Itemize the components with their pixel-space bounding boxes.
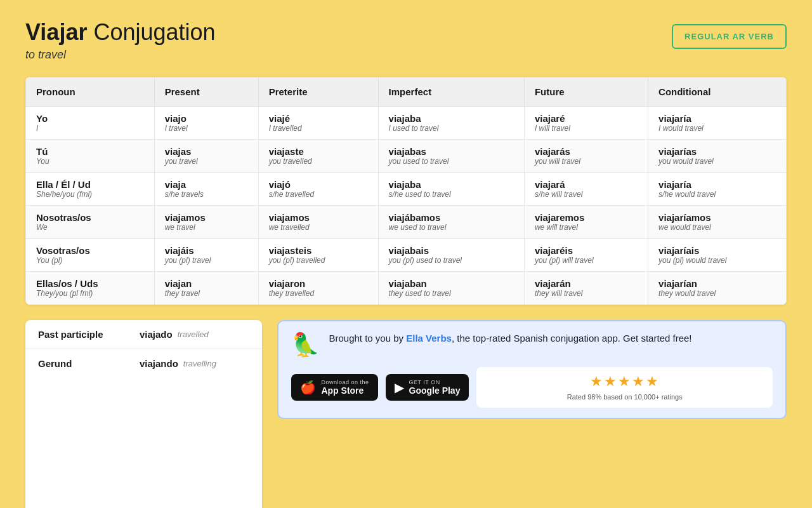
promo-bottom: 🍎 Download on the App Store ▶ GET IT ON … bbox=[291, 367, 773, 408]
left-bottom: Past participle viajado travelled Gerund… bbox=[25, 320, 262, 508]
verb-cell: viajabanthey used to travel bbox=[378, 272, 524, 305]
star-rating: ★★★★★ bbox=[485, 373, 764, 390]
table-row: Ella / Él / UdShe/he/you (fml)viajas/he … bbox=[26, 173, 787, 206]
app-store-large-text: App Store bbox=[321, 385, 369, 396]
pronoun-cell: Vosotras/osYou (pl) bbox=[26, 239, 155, 272]
col-future: Future bbox=[524, 77, 648, 107]
page-title: Viajar Conjugation bbox=[25, 19, 216, 46]
google-large-text: Google Play bbox=[409, 385, 461, 396]
verb-cell: viajanthey travel bbox=[154, 272, 258, 305]
page-header: Viajar Conjugation to travel REGULAR AR … bbox=[25, 19, 787, 62]
gerund-translation: travelling bbox=[183, 359, 216, 368]
verb-cell: viajaréisyou (pl) will travel bbox=[524, 239, 648, 272]
verb-cell: viajabas/he used to travel bbox=[378, 173, 524, 206]
verb-cell: viajabaisyou (pl) used to travel bbox=[378, 239, 524, 272]
app-store-small-text: Download on the bbox=[321, 379, 369, 385]
title-block: Viajar Conjugation to travel bbox=[25, 19, 216, 62]
verb-cell: viajoI travel bbox=[154, 107, 258, 140]
verb-cell: viajasteyou travelled bbox=[258, 140, 378, 173]
col-present: Present bbox=[154, 77, 258, 107]
verb-cell: viajabasyou used to travel bbox=[378, 140, 524, 173]
verb-cell: viajas/he travels bbox=[154, 173, 258, 206]
verb-cell: viajasyou travel bbox=[154, 140, 258, 173]
conjugation-table: Pronoun Present Preterite Imperfect Futu… bbox=[25, 77, 787, 305]
pronoun-cell: YoI bbox=[26, 107, 155, 140]
verb-cell: viajaremoswe will travel bbox=[524, 206, 648, 239]
promo-icon: 🦜 bbox=[291, 331, 320, 358]
google-small-text: GET IT ON bbox=[409, 379, 461, 385]
apple-icon: 🍎 bbox=[300, 380, 316, 395]
verb-cell: viajasteisyou (pl) travelled bbox=[258, 239, 378, 272]
verb-cell: viajaríaI would travel bbox=[648, 107, 787, 140]
table-header-row: Pronoun Present Preterite Imperfect Futu… bbox=[26, 77, 787, 107]
verb-cell: viajaríamoswe would travel bbox=[648, 206, 787, 239]
pronoun-cell: Ellas/os / UdsThey/you (pl fml) bbox=[26, 272, 155, 305]
page-subtitle: to travel bbox=[25, 48, 216, 62]
verb-cell: viajarás/he will travel bbox=[524, 173, 648, 206]
verb-cell: viajós/he travelled bbox=[258, 173, 378, 206]
gerund-row: Gerund viajando travelling bbox=[25, 349, 262, 378]
verb-cell: viajéI travelled bbox=[258, 107, 378, 140]
table-row: TúYouviajasyou travelviajasteyou travell… bbox=[26, 140, 787, 173]
verb-cell: viajamoswe travelled bbox=[258, 206, 378, 239]
verb-cell: viajáisyou (pl) travel bbox=[154, 239, 258, 272]
app-store-badge[interactable]: 🍎 Download on the App Store bbox=[291, 374, 377, 401]
google-icon: ▶ bbox=[395, 380, 404, 395]
regular-ar-verb-badge[interactable]: REGULAR AR VERB bbox=[672, 24, 787, 49]
past-participle-translation: travelled bbox=[178, 330, 209, 339]
participle-table: Past participle viajado travelled Gerund… bbox=[25, 320, 262, 508]
gerund-value: viajando bbox=[140, 358, 178, 369]
verb-cell: viajamoswe travel bbox=[154, 206, 258, 239]
verb-cell: viajaríaisyou (pl) would travel bbox=[648, 239, 787, 272]
promo-text: Brought to you by Ella Verbs, the top-ra… bbox=[329, 331, 691, 346]
col-preterite: Preterite bbox=[258, 77, 378, 107]
pronoun-cell: Nosotras/osWe bbox=[26, 206, 155, 239]
verb-cell: viajaronthey travelled bbox=[258, 272, 378, 305]
table-row: Nosotras/osWeviajamoswe travelviajamoswe… bbox=[26, 206, 787, 239]
promo-card: 🦜 Brought to you by Ella Verbs, the top-… bbox=[277, 320, 787, 419]
past-participle-row: Past participle viajado travelled bbox=[25, 320, 262, 349]
verb-cell: viajabaI used to travel bbox=[378, 107, 524, 140]
verb-cell: viajaríanthey would travel bbox=[648, 272, 787, 305]
col-imperfect: Imperfect bbox=[378, 77, 524, 107]
verb-cell: viajaríasyou would travel bbox=[648, 140, 787, 173]
brand-link[interactable]: Ella Verbs bbox=[406, 333, 452, 344]
table-row: Ellas/os / UdsThey/you (pl fml)viajanthe… bbox=[26, 272, 787, 305]
verb-cell: viajábamoswe used to travel bbox=[378, 206, 524, 239]
table-row: Vosotras/osYou (pl)viajáisyou (pl) trave… bbox=[26, 239, 787, 272]
verb-cell: viajaránthey will travel bbox=[524, 272, 648, 305]
google-play-badge[interactable]: ▶ GET IT ON Google Play bbox=[386, 374, 469, 401]
verb-cell: viajarías/he would travel bbox=[648, 173, 787, 206]
past-participle-value: viajado bbox=[140, 329, 173, 340]
gerund-label: Gerund bbox=[38, 358, 140, 369]
rating-box: ★★★★★ Rated 98% based on 10,000+ ratings bbox=[476, 367, 773, 408]
col-conditional: Conditional bbox=[648, 77, 787, 107]
promo-top: 🦜 Brought to you by Ella Verbs, the top-… bbox=[291, 331, 773, 358]
verb-cell: viajaréI will travel bbox=[524, 107, 648, 140]
past-participle-label: Past participle bbox=[38, 329, 140, 340]
rating-text: Rated 98% based on 10,000+ ratings bbox=[485, 392, 764, 401]
verb-cell: viajarásyou will travel bbox=[524, 140, 648, 173]
pronoun-cell: Ella / Él / UdShe/he/you (fml) bbox=[26, 173, 155, 206]
pronoun-cell: TúYou bbox=[26, 140, 155, 173]
table-row: YoIviajoI travelviajéI travelledviajabaI… bbox=[26, 107, 787, 140]
col-pronoun: Pronoun bbox=[26, 77, 155, 107]
bottom-section: Past participle viajado travelled Gerund… bbox=[25, 320, 787, 508]
